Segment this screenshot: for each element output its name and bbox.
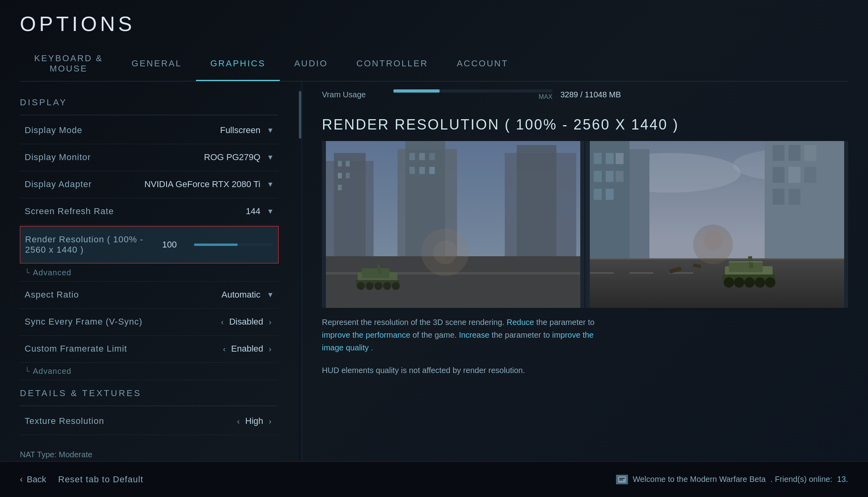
preview-right-scene: [586, 141, 848, 308]
svg-point-66: [755, 277, 765, 288]
screen-refresh-rate-chevron: ▼: [267, 207, 274, 216]
vsync-arrow-left[interactable]: ‹: [219, 317, 226, 327]
tab-audio[interactable]: AUDIO: [280, 48, 342, 81]
desc-increase: Increase: [459, 331, 490, 339]
svg-rect-48: [616, 153, 624, 164]
desc-part4: the parameter to: [492, 331, 552, 339]
display-adapter-text: NVIDIA GeForce RTX 2080 Ti: [144, 179, 260, 190]
render-resolution-row[interactable]: Render Resolution ( 100% - 2560 x 1440 )…: [20, 226, 279, 263]
vram-value-container: 3289 / 11048 MB: [560, 90, 621, 99]
render-resolution-advanced-label: Advanced: [33, 268, 72, 277]
back-arrow-icon: ‹: [20, 474, 23, 485]
tab-account[interactable]: ACCOUNT: [442, 48, 523, 81]
vsync-arrows: ‹ Disabled ›: [219, 317, 274, 327]
reset-tab-button[interactable]: Reset tab to Default: [58, 474, 143, 485]
framerate-limit-row: Custom Framerate Limit ‹ Enabled ›: [20, 336, 279, 363]
desc-reduce: Reduce: [507, 318, 534, 327]
preview-container: [322, 141, 848, 308]
display-mode-chevron: ▼: [267, 126, 274, 135]
display-monitor-value[interactable]: ROG PG279Q ▼: [204, 152, 274, 162]
tab-keyboard-mouse[interactable]: KEYBOARD &MOUSE: [20, 48, 117, 81]
framerate-advanced-row[interactable]: └ Advanced: [20, 363, 279, 380]
vertical-scrollbar[interactable]: [298, 81, 302, 461]
svg-point-64: [734, 277, 744, 288]
render-resolution-value: 100: [162, 240, 186, 250]
aspect-ratio-chevron: ▼: [267, 291, 274, 299]
desc-improve-performance: improve the performance: [322, 331, 410, 339]
svg-rect-47: [606, 153, 614, 164]
display-adapter-value[interactable]: NVIDIA GeForce RTX 2080 Ti ▼: [144, 179, 274, 190]
display-divider: [20, 115, 279, 115]
friends-count: 13.: [837, 475, 848, 484]
advanced-bracket-left: └: [25, 269, 30, 277]
tab-controller[interactable]: CONTROLLER: [342, 48, 442, 81]
back-label: Back: [27, 474, 46, 485]
framerate-advanced-label: Advanced: [33, 367, 72, 376]
framerate-arrows: ‹ Enabled ›: [221, 344, 274, 354]
tab-graphics[interactable]: GRAPHICS: [196, 48, 280, 81]
vram-bar-track: [393, 89, 552, 93]
svg-rect-52: [594, 189, 602, 200]
aspect-ratio-text: Automatic: [221, 290, 260, 300]
render-resolution-controls: 100: [162, 240, 273, 250]
friends-label: . Friend(s) online:: [771, 475, 833, 484]
preview-right: [586, 141, 848, 308]
main-content: DISPLAY Display Mode Fullscreen ▼ Displa…: [0, 81, 868, 461]
display-adapter-row: Display Adapter NVIDIA GeForce RTX 2080 …: [20, 171, 279, 198]
vsync-arrow-right[interactable]: ›: [266, 317, 274, 327]
preview-divider: [585, 141, 586, 308]
header: OPTIONS KEYBOARD &MOUSE GENERAL GRAPHICS…: [0, 0, 868, 81]
bottom-bar: ‹ Back Reset tab to Default Welcome to t…: [0, 461, 868, 497]
aspect-ratio-value[interactable]: Automatic ▼: [221, 290, 274, 300]
texture-resolution-value: ‹ High ›: [234, 416, 274, 427]
display-adapter-chevron: ▼: [267, 180, 274, 189]
details-section-header: DETAILS & TEXTURES: [20, 388, 279, 402]
settings-panel: DISPLAY Display Mode Fullscreen ▼ Displa…: [0, 81, 302, 461]
display-mode-value[interactable]: Fullscreen ▼: [220, 125, 274, 135]
framerate-arrow-left[interactable]: ‹: [221, 344, 228, 354]
render-resolution-label: Render Resolution ( 100% - 2560 x 1440 ): [25, 234, 162, 255]
texture-arrow-left[interactable]: ‹: [234, 416, 242, 427]
preview-left-scene: [322, 141, 584, 308]
svg-rect-37: [789, 145, 800, 161]
desc-part2: the parameter to: [536, 318, 595, 327]
app-container: OPTIONS KEYBOARD &MOUSE GENERAL GRAPHICS…: [0, 0, 868, 497]
svg-rect-57: [630, 272, 653, 274]
texture-arrow-right[interactable]: ›: [266, 416, 274, 427]
tab-general[interactable]: GENERAL: [117, 48, 196, 81]
svg-rect-36: [773, 145, 785, 161]
vram-bar-container: MAX: [393, 89, 552, 101]
display-mode-text: Fullscreen: [220, 125, 260, 135]
render-resolution-title: RENDER RESOLUTION ( 100% - 2560 X 1440 ): [322, 116, 848, 133]
aspect-ratio-label: Aspect Ratio: [25, 290, 79, 300]
framerate-advanced-bracket: └: [25, 367, 30, 375]
svg-rect-41: [804, 167, 816, 183]
render-resolution-slider[interactable]: [194, 244, 273, 246]
svg-rect-53: [606, 189, 614, 200]
svg-rect-56: [590, 272, 614, 274]
desc-part5: .: [371, 343, 373, 352]
texture-resolution-label: Texture Resolution: [25, 416, 104, 426]
scrollbar-thumb: [299, 91, 301, 139]
back-button[interactable]: ‹ Back: [20, 474, 46, 485]
screen-refresh-rate-value[interactable]: 144 ▼: [246, 206, 274, 217]
svg-point-70: [703, 230, 723, 250]
svg-point-65: [744, 277, 755, 288]
vram-row: Vram Usage MAX 3289 / 11048 MB: [322, 89, 848, 104]
page-title: OPTIONS: [20, 12, 848, 36]
vsync-label: Sync Every Frame (V-Sync): [25, 317, 142, 327]
display-monitor-row: Display Monitor ROG PG279Q ▼: [20, 144, 279, 171]
svg-rect-51: [616, 171, 624, 182]
svg-rect-60: [729, 261, 763, 272]
vsync-value: ‹ Disabled ›: [219, 317, 274, 327]
render-resolution-advanced-row[interactable]: └ Advanced: [20, 264, 279, 282]
svg-rect-42: [773, 189, 785, 205]
settings-scroll[interactable]: DISPLAY Display Mode Fullscreen ▼ Displa…: [0, 81, 298, 461]
screen-refresh-rate-row: Screen Refresh Rate 144 ▼: [20, 198, 279, 225]
display-monitor-chevron: ▼: [267, 153, 274, 162]
texture-resolution-arrows: ‹ High ›: [234, 416, 274, 427]
settings-wrapper: DISPLAY Display Mode Fullscreen ▼ Displa…: [0, 81, 302, 461]
framerate-arrow-right[interactable]: ›: [266, 344, 274, 354]
render-resolution-slider-fill: [194, 244, 238, 246]
svg-point-63: [724, 277, 734, 288]
